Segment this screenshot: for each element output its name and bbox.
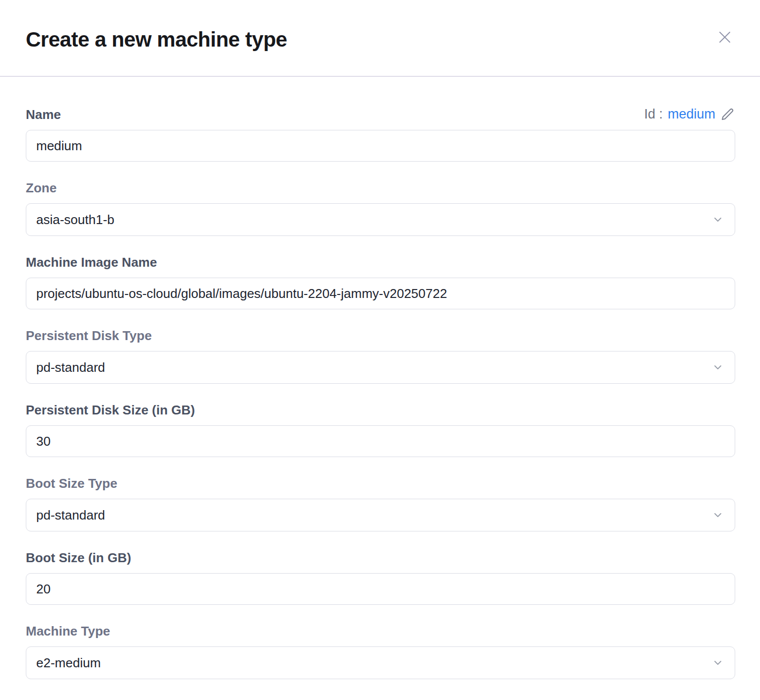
zone-select-value: asia-south1-b: [36, 212, 115, 228]
pencil-icon: [720, 107, 735, 122]
field-group-boot-size-type: Boot Size Type pd-standard: [26, 476, 735, 531]
field-group-name: Name Id : medium: [26, 107, 735, 162]
field-group-machine-image-name: Machine Image Name: [26, 255, 735, 309]
machine-image-name-label: Machine Image Name: [26, 255, 157, 270]
chevron-down-icon: [712, 509, 724, 521]
modal-body: Name Id : medium Zone: [0, 77, 760, 679]
chevron-down-icon: [712, 657, 724, 669]
boot-size-type-select[interactable]: pd-standard: [26, 499, 735, 531]
boot-size-type-label: Boot Size Type: [26, 476, 117, 491]
machine-image-name-input[interactable]: [26, 278, 735, 309]
persistent-disk-type-select-value: pd-standard: [36, 360, 105, 375]
create-machine-type-modal: Create a new machine type Name Id : medi…: [0, 0, 760, 700]
id-prefix-label: Id :: [644, 107, 663, 122]
zone-label: Zone: [26, 180, 57, 195]
field-group-zone: Zone asia-south1-b: [26, 180, 735, 236]
modal-title: Create a new machine type: [26, 28, 734, 52]
id-value-link[interactable]: medium: [668, 107, 715, 122]
chevron-down-icon: [712, 214, 724, 226]
field-group-boot-size: Boot Size (in GB): [26, 550, 735, 605]
field-group-machine-type: Machine Type e2-medium: [26, 624, 735, 679]
boot-size-type-select-value: pd-standard: [36, 508, 105, 523]
machine-id-row: Id : medium: [644, 107, 735, 122]
modal-header: Create a new machine type: [0, 0, 760, 77]
name-label: Name: [26, 107, 61, 122]
persistent-disk-size-input[interactable]: [26, 425, 735, 457]
close-icon: [716, 29, 733, 46]
edit-id-button[interactable]: [720, 107, 735, 122]
machine-type-label: Machine Type: [26, 624, 110, 639]
machine-type-select[interactable]: e2-medium: [26, 646, 735, 679]
close-button[interactable]: [715, 28, 734, 47]
persistent-disk-type-label: Persistent Disk Type: [26, 328, 152, 343]
field-group-persistent-disk-type: Persistent Disk Type pd-standard: [26, 328, 735, 384]
boot-size-input[interactable]: [26, 573, 735, 605]
persistent-disk-size-label: Persistent Disk Size (in GB): [26, 403, 195, 417]
persistent-disk-type-select[interactable]: pd-standard: [26, 351, 735, 384]
machine-type-select-value: e2-medium: [36, 655, 101, 671]
zone-select[interactable]: asia-south1-b: [26, 203, 735, 236]
chevron-down-icon: [712, 361, 724, 373]
boot-size-label: Boot Size (in GB): [26, 550, 131, 565]
field-group-persistent-disk-size: Persistent Disk Size (in GB): [26, 403, 735, 457]
name-input[interactable]: [26, 130, 735, 162]
